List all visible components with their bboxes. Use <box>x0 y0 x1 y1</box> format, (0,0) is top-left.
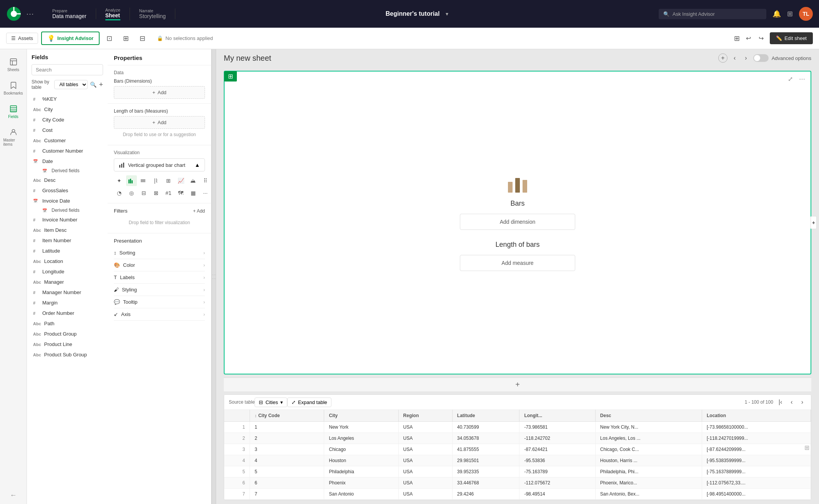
add-filter-button[interactable]: + Add <box>193 208 205 214</box>
viz-pivot-icon[interactable]: ⊠ <box>151 188 161 198</box>
field-item-margin[interactable]: # Margin <box>32 298 103 308</box>
table-select[interactable]: All tables <box>54 80 88 89</box>
sidebar-item-bookmarks[interactable]: Bookmarks <box>1 77 26 99</box>
field-item-product-sub-group[interactable]: Abc Product Sub Group <box>32 349 103 360</box>
field-item-order-number[interactable]: # Order Number <box>32 308 103 318</box>
field-item-manager-number[interactable]: # Manager Number <box>32 287 103 298</box>
nav-prepare[interactable]: Prepare Data manager <box>43 8 96 19</box>
sidebar-item-fields[interactable]: Fields <box>1 101 26 123</box>
col-city[interactable]: City <box>324 410 398 422</box>
field-item-item-number[interactable]: # Item Number <box>32 235 103 246</box>
viz-map-icon[interactable]: 🗺 <box>175 188 186 198</box>
viz-bullet-icon[interactable] <box>138 175 149 186</box>
add-dimension-chart-button[interactable]: Add dimension <box>460 214 575 230</box>
snap-button-3[interactable]: ⊟ <box>136 32 149 45</box>
field-item-product-group[interactable]: Abc Product Group <box>32 329 103 339</box>
field-item-latitude[interactable]: # Latitude <box>32 246 103 256</box>
col-region[interactable]: Region <box>398 410 452 422</box>
pres-item-sorting[interactable]: ↕ Sorting › <box>114 247 205 259</box>
first-page-button[interactable]: |‹ <box>776 397 785 407</box>
add-row-button[interactable]: + <box>224 378 811 391</box>
user-avatar[interactable]: TL <box>799 7 813 21</box>
snap-button-2[interactable]: ⊞ <box>119 32 133 45</box>
prev-page-button[interactable]: ‹ <box>787 397 796 407</box>
field-item-manager[interactable]: Abc Manager <box>32 277 103 287</box>
field-item-invoice-date[interactable]: 📅 Invoice Date <box>32 196 103 206</box>
grid-icon[interactable]: ⊞ <box>787 10 793 18</box>
field-item-date[interactable]: 📅 Date <box>32 156 103 166</box>
grid-view-icon[interactable]: ⊞ <box>734 34 740 43</box>
more-options-icon[interactable]: ⋯ <box>26 9 34 18</box>
field-item-customer[interactable]: Abc Customer <box>32 135 103 146</box>
col-city-code[interactable]: ↕City Code <box>250 410 324 422</box>
pres-item-color[interactable]: 🎨 Color › <box>114 259 205 271</box>
assets-button[interactable]: ☰ Assets <box>6 33 38 44</box>
viz-table-icon[interactable]: ⊟ <box>138 188 149 198</box>
snap-button[interactable]: ⊡ <box>103 32 116 45</box>
advanced-options-toggle[interactable] <box>753 54 769 62</box>
add-column-button[interactable]: + <box>811 216 817 229</box>
insight-advisor-button[interactable]: 💡 Insight Advisor <box>41 32 100 45</box>
sidebar-item-master[interactable]: Master items <box>1 124 26 150</box>
nav-analyze[interactable]: Analyze Sheet <box>96 8 130 20</box>
qlik-logo[interactable] <box>6 6 22 22</box>
field-item-cost[interactable]: # Cost <box>32 125 103 135</box>
field-item-gross-sales[interactable]: # GrossSales <box>32 185 103 196</box>
field-item-city[interactable]: Abc City <box>32 104 103 115</box>
field-item-longitude[interactable]: # Longitude <box>32 266 103 277</box>
ask-insight-search[interactable]: 🔍 Ask Insight Advisor <box>659 9 766 19</box>
viz-magic-icon[interactable]: ✦ <box>114 175 125 186</box>
table-expand-side-icon[interactable]: ⊞ <box>804 444 809 451</box>
viz-area-icon[interactable]: ⛰ <box>188 175 198 186</box>
viz-bar-icon[interactable] <box>126 175 137 186</box>
search-fields-icon[interactable]: 🔍 <box>90 82 97 88</box>
viz-donut-icon[interactable]: ◎ <box>126 188 137 198</box>
viz-pie-icon[interactable]: ◔ <box>114 188 125 198</box>
col-location[interactable]: Location <box>702 410 811 422</box>
add-chart-button[interactable]: + <box>718 53 727 63</box>
pres-item-tooltip[interactable]: 💬 Tooltip › <box>114 296 205 308</box>
viz-line-icon[interactable]: 📈 <box>175 175 186 186</box>
viz-waterfall-icon[interactable]: ⊞ <box>163 175 174 186</box>
field-item-product-line[interactable]: Abc Product Line <box>32 339 103 349</box>
more-options-widget-button[interactable]: ⋯ <box>797 75 807 83</box>
viz-type-selector[interactable]: Vertical grouped bar chart ▲ <box>114 158 205 171</box>
table-selector[interactable]: ⊟ Cities ▾ <box>255 398 287 407</box>
field-item-location[interactable]: Abc Location <box>32 256 103 266</box>
pres-item-styling[interactable]: 🖌 Styling › <box>114 284 205 296</box>
add-measure-chart-button[interactable]: Add measure <box>460 255 575 271</box>
maximize-button[interactable]: ⤢ <box>786 75 795 83</box>
add-field-icon[interactable]: + <box>99 81 103 89</box>
edit-sheet-button[interactable]: ✏️ Edit sheet <box>770 32 813 44</box>
add-dimension-button[interactable]: + Add <box>114 86 205 99</box>
pres-item-axis[interactable]: ↙ Axis › <box>114 308 205 321</box>
col-longitude[interactable]: Longit... <box>519 410 595 422</box>
field-item-item-desc[interactable]: Abc Item Desc <box>32 225 103 235</box>
next-sheet-button[interactable]: › <box>742 53 750 63</box>
viz-treemap-icon[interactable]: ▦ <box>188 188 198 198</box>
collapse-sidebar-icon[interactable]: ← <box>10 487 17 504</box>
tutorial-selector[interactable]: Beginner's tutorial ▾ <box>175 10 659 17</box>
field-item-city-code[interactable]: # City Code <box>32 115 103 125</box>
field-item-path[interactable]: Abc Path <box>32 318 103 329</box>
chart-widget[interactable]: ⊞ ⤢ ⋯ Bars Add dimension Length of bars … <box>224 71 811 374</box>
viz-scatter-icon[interactable]: ⠿ <box>200 175 211 186</box>
viz-more-icon[interactable]: ··· <box>200 188 211 198</box>
nav-narrate[interactable]: Narrate Storytelling <box>130 8 175 19</box>
add-measure-button[interactable]: + Add <box>114 116 205 129</box>
expand-table-button[interactable]: ⤢ Expand table <box>287 398 331 407</box>
prev-sheet-button[interactable]: ‹ <box>731 53 739 63</box>
fields-search-input[interactable] <box>32 64 103 75</box>
field-item-desc[interactable]: Abc Desc <box>32 175 103 185</box>
viz-number-icon[interactable]: #1 <box>163 188 174 198</box>
next-page-button[interactable]: › <box>798 397 806 407</box>
panel-resize-handle[interactable]: ⋮⋮ <box>211 49 216 504</box>
col-latitude[interactable]: Latitude <box>452 410 519 422</box>
pres-item-labels[interactable]: T Labels › <box>114 271 205 284</box>
redo-button[interactable]: ↪ <box>756 33 767 43</box>
field-item-pct-key[interactable]: # %KEY <box>32 94 103 104</box>
undo-button[interactable]: ↩ <box>743 33 754 43</box>
col-desc[interactable]: Desc <box>595 410 702 422</box>
sidebar-item-sheets[interactable]: Sheets <box>1 54 26 76</box>
viz-combo-icon[interactable]: |⌇ <box>151 175 161 186</box>
